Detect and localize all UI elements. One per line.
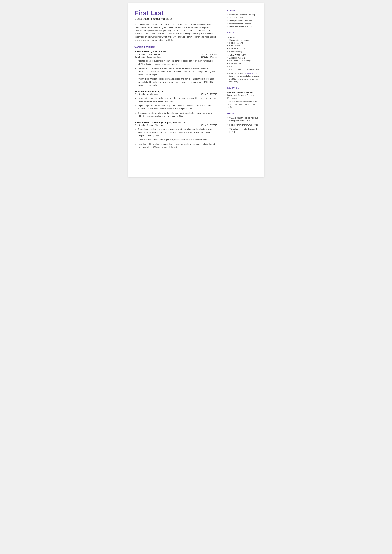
job-block-1: Resume Worded, New York, NY Construction… <box>134 50 217 87</box>
tool-2: Primavera P6 <box>227 63 259 65</box>
bullet-3-2: Conducted maintenance for a big grocery … <box>138 138 217 141</box>
job-bullets-3: Created and installed new labor and inve… <box>135 128 217 149</box>
job-company-2: Growthsi, San Francisco, CA <box>134 90 217 93</box>
contact-item-0: Denver, OH (Open to Remote) <box>227 14 259 16</box>
skills-section: SKILLS Techniques: Construction Manageme… <box>227 32 259 83</box>
bullet-2-2: Inspect 10 project sites on average quar… <box>138 104 217 110</box>
bullet-2-3: Supervised on-site work to verify that e… <box>138 112 217 118</box>
job-title-row-1b: Construction Superintendent 10/2018 – Pr… <box>134 56 217 58</box>
other-item-0: CMAA's Industry Honors Individual Recogn… <box>227 117 259 122</box>
contact-item-1: +1-234-456-789 <box>227 17 259 19</box>
bullet-1-3: Prepared construction budgets to evaluat… <box>138 77 217 87</box>
job-block-2: Growthsi, San Francisco, CA Construction… <box>134 90 217 118</box>
edu-school: Resume Worded University <box>227 91 259 93</box>
techniques-list: Construction Management Project Planning… <box>227 39 259 53</box>
contact-list: Denver, OH (Open to Remote) +1-234-456-7… <box>227 14 259 28</box>
bullet-2-1: Implemented corrective action plans to r… <box>138 97 217 103</box>
name-heading: First Last <box>134 9 217 17</box>
job-company-3: Resume Worded's Exciting Company, New Yo… <box>134 121 217 124</box>
job-title-1a: Construction Project Manager <box>134 53 162 56</box>
work-experience-label: WORK EXPERIENCE <box>134 46 217 49</box>
skills-note-suffix: to scan your resume before you send it o… <box>229 75 259 83</box>
tool-1: ISS Construction Manager <box>227 60 259 62</box>
work-experience-section: WORK EXPERIENCE Resume Worded, New York,… <box>134 46 217 149</box>
contact-item-3: linkedin.com/in/username <box>227 23 259 25</box>
job-dates-3a: 08/2012 – 01/2015 <box>201 124 217 126</box>
job-dates-1a: 07/2019 – Present <box>201 53 217 56</box>
right-column: CONTACT Denver, OH (Open to Remote) +1-2… <box>223 3 264 177</box>
tool-4: Building Information Modeling (BIM) <box>227 68 259 70</box>
edu-degree: Bachelor of Science in Business Manageme… <box>227 94 259 99</box>
job-bullets-2: Implemented corrective action plans to r… <box>135 97 217 118</box>
job-title-row-2a: Construction Area Manager 05/2017 – 10/2… <box>134 93 217 95</box>
bullet-1-2: Investigated construction site damages, … <box>138 67 217 76</box>
skills-note-prefix: Don't forget to use <box>229 72 245 74</box>
tools-label: Tools and Frameworks: <box>227 54 259 56</box>
other-item-2: COAA Project Leadership Award (2018) <box>227 128 259 133</box>
techniques-label: Techniques: <box>227 36 259 38</box>
contact-item-2: email@resumeworded.com <box>227 20 259 22</box>
job-title-1b: Construction Superintendent <box>134 56 161 58</box>
resume-worded-link[interactable]: Resume Worded <box>245 72 258 74</box>
other-section: OTHER CMAA's Industry Honors Individual … <box>227 112 259 133</box>
edu-awards: Awards: Construction Manager of the Year… <box>227 100 259 108</box>
left-column: First Last Construction Project Manager … <box>128 3 223 177</box>
skills-label: SKILLS <box>227 32 259 35</box>
bullet-3-3: Led a team of 5+ workers, ensuring that … <box>138 142 217 149</box>
tool-3: EPC <box>227 65 259 68</box>
other-label: OTHER <box>227 112 259 115</box>
education-section: EDUCATION Resume Worded University Bache… <box>227 87 259 108</box>
job-dates-1b: 10/2018 – Present <box>201 56 217 58</box>
bullet-3-1: Created and installed new labor and inve… <box>138 128 217 137</box>
job-title-row-3a: Construction Services Manager 08/2012 – … <box>134 124 217 126</box>
other-item-1: Project Achievement Award (2022) <box>227 124 259 126</box>
technique-3: Process Scheduler <box>227 48 259 50</box>
summary-text: Construction Manager with more than 10 y… <box>134 23 217 42</box>
job-title-3a: Construction Services Manager <box>134 124 163 126</box>
job-title-2a: Construction Area Manager <box>134 93 160 95</box>
other-list: CMAA's Industry Honors Individual Recogn… <box>227 117 259 133</box>
technique-4: Commissioning <box>227 50 259 53</box>
job-dates-2a: 05/2017 – 10/2019 <box>201 93 217 95</box>
contact-section: CONTACT Denver, OH (Open to Remote) +1-2… <box>227 9 259 28</box>
contact-item-4: github.com/resumeworded <box>227 26 259 28</box>
skills-note: Don't forget to use Resume Worded to sca… <box>227 72 259 83</box>
bullet-1-1: Assisted the labor supervisor in creatin… <box>138 59 217 66</box>
job-title-row-1a: Construction Project Manager 07/2019 – P… <box>134 53 217 56</box>
resume-page: First Last Construction Project Manager … <box>128 3 264 177</box>
job-bullets-1: Assisted the labor supervisor in creatin… <box>135 59 217 87</box>
tools-list: Autodesk AutoCAD ISS Construction Manage… <box>227 57 259 70</box>
tool-0: Autodesk AutoCAD <box>227 57 259 59</box>
job-company-1: Resume Worded, New York, NY <box>134 50 217 53</box>
job-block-3: Resume Worded's Exciting Company, New Yo… <box>134 121 217 149</box>
education-label: EDUCATION <box>227 87 259 90</box>
technique-2: Cost Control <box>227 45 259 47</box>
contact-label: CONTACT <box>227 9 259 13</box>
job-title-heading: Construction Project Manager <box>134 17 217 21</box>
technique-1: Project Planning <box>227 42 259 44</box>
technique-0: Construction Management <box>227 39 259 41</box>
